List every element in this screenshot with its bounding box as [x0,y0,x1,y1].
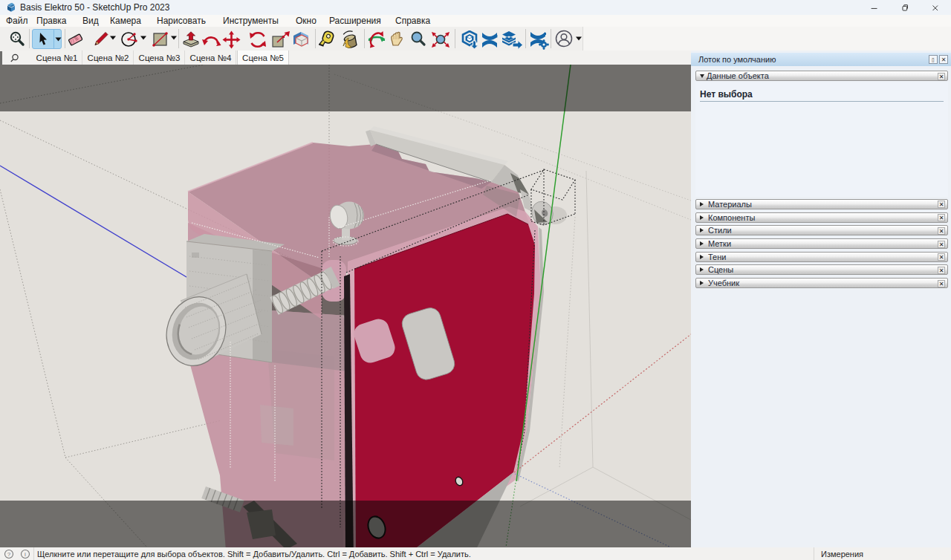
svg-text:?: ? [7,551,11,558]
svg-text:i: i [25,551,26,558]
